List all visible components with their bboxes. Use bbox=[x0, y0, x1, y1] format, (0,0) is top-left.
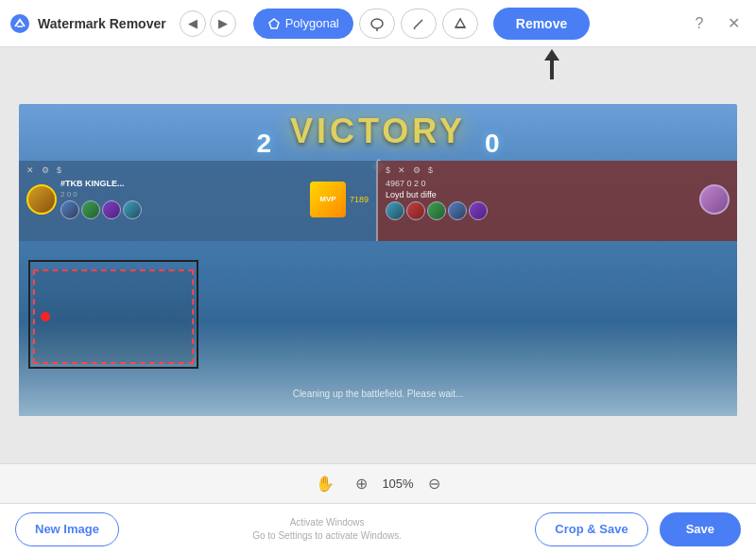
svg-point-2 bbox=[371, 19, 383, 28]
titlebar: Watermark Remover ◀ ▶ Polygonal bbox=[0, 0, 756, 47]
player-stats-left: 2 0 0 bbox=[60, 190, 142, 199]
player-avatar-right bbox=[699, 184, 730, 215]
erase-tool-button[interactable] bbox=[442, 9, 478, 39]
arrow-shaft bbox=[550, 61, 554, 79]
player-name: #TKB KINGLE... bbox=[60, 179, 142, 188]
mini-avatar-3 bbox=[102, 200, 121, 219]
player-info-left: #TKB KINGLE... 2 0 0 bbox=[60, 179, 142, 219]
brush-tool-button[interactable] bbox=[401, 9, 437, 39]
right-name: Loyd but diffe bbox=[386, 190, 488, 199]
tool-group: Polygonal bbox=[253, 9, 478, 39]
stats-bar: ✕ ⚙ $ #TKB KINGLE... 2 0 0 bbox=[19, 161, 737, 241]
app-logo-icon bbox=[9, 13, 30, 34]
crop-save-button[interactable]: Crop & Save bbox=[535, 512, 647, 546]
arrow-indicator bbox=[544, 49, 559, 79]
erase-icon bbox=[453, 16, 468, 31]
new-image-button[interactable]: New Image bbox=[15, 512, 119, 546]
help-button[interactable]: ? bbox=[686, 10, 713, 37]
zoom-out-icon[interactable]: ⊖ bbox=[428, 475, 440, 493]
player-row-right: 4967 0 2 0 Loyd but diffe bbox=[386, 179, 730, 220]
back-button[interactable]: ◀ bbox=[180, 10, 206, 37]
lasso-tool-button[interactable] bbox=[359, 9, 395, 39]
svg-marker-5 bbox=[455, 19, 465, 27]
team-left: ✕ ⚙ $ #TKB KINGLE... 2 0 0 bbox=[19, 161, 378, 241]
window-controls: ? ✕ bbox=[686, 10, 747, 37]
remove-button[interactable]: Remove bbox=[493, 8, 590, 40]
brush-icon bbox=[411, 16, 426, 31]
activate-notice: Activate Windows Go to Settings to activ… bbox=[130, 516, 524, 543]
forward-button[interactable]: ▶ bbox=[210, 10, 236, 37]
mini-avatars-left bbox=[60, 200, 142, 219]
game-screenshot: 2 VICTORY ◆ 0 ✕ ⚙ $ bbox=[19, 104, 737, 416]
mini-avatar-r5 bbox=[469, 201, 488, 220]
polygonal-tool-button[interactable]: Polygonal bbox=[253, 9, 353, 39]
player-avatar-left bbox=[26, 184, 57, 215]
mini-avatar-r1 bbox=[386, 201, 404, 220]
bottom-bar: New Image Activate Windows Go to Setting… bbox=[0, 503, 756, 554]
app-title: Watermark Remover bbox=[38, 16, 166, 31]
image-container: 2 VICTORY ◆ 0 ✕ ⚙ $ bbox=[19, 104, 737, 416]
mini-avatar-1 bbox=[60, 200, 79, 219]
mini-avatars-right bbox=[386, 201, 488, 220]
zoom-bar: ✋ ⊕ 105% ⊖ bbox=[0, 463, 756, 503]
selection-anchor-dot bbox=[41, 312, 50, 321]
score-left: 2 bbox=[256, 129, 271, 159]
victory-text: VICTORY bbox=[290, 112, 466, 151]
svg-line-4 bbox=[414, 20, 422, 28]
player-row-left: #TKB KINGLE... 2 0 0 MVP 7189 bbox=[26, 179, 369, 219]
zoom-value: 105% bbox=[379, 476, 417, 491]
polygonal-icon bbox=[267, 17, 281, 30]
nav-controls: ◀ ▶ bbox=[180, 10, 236, 37]
team-left-header: ✕ ⚙ $ bbox=[26, 165, 369, 175]
mini-avatar-r3 bbox=[427, 201, 446, 220]
arrow-head-icon bbox=[544, 49, 559, 61]
mini-avatar-4 bbox=[123, 200, 142, 219]
mini-avatar-2 bbox=[81, 200, 100, 219]
hand-tool-icon[interactable]: ✋ bbox=[316, 475, 335, 493]
mini-avatar-r2 bbox=[406, 201, 425, 220]
loading-text: Cleaning up the battlefield. Please wait… bbox=[293, 389, 464, 399]
zoom-in-icon[interactable]: ⊕ bbox=[355, 475, 368, 493]
watermark-selection-box bbox=[33, 269, 194, 364]
score-right: 0 bbox=[485, 129, 500, 159]
mvp-badge: MVP bbox=[310, 182, 346, 217]
right-stats: 4967 0 2 0 bbox=[386, 179, 488, 188]
svg-point-0 bbox=[10, 14, 29, 33]
player-info-right: 4967 0 2 0 Loyd but diffe bbox=[386, 179, 488, 220]
save-button[interactable]: Save bbox=[660, 512, 741, 546]
close-button[interactable]: ✕ bbox=[720, 10, 747, 37]
svg-marker-1 bbox=[269, 19, 279, 28]
team-right-header: $ ✕ ⚙ $ bbox=[386, 165, 730, 175]
mini-avatar-r4 bbox=[448, 201, 467, 220]
lasso-icon bbox=[369, 16, 385, 31]
canvas-area: 2 VICTORY ◆ 0 ✕ ⚙ $ bbox=[0, 47, 756, 463]
team-right: $ ✕ ⚙ $ 4967 0 2 0 Loyd but diffe bbox=[378, 161, 737, 241]
gold-amount: 7189 bbox=[350, 195, 369, 204]
